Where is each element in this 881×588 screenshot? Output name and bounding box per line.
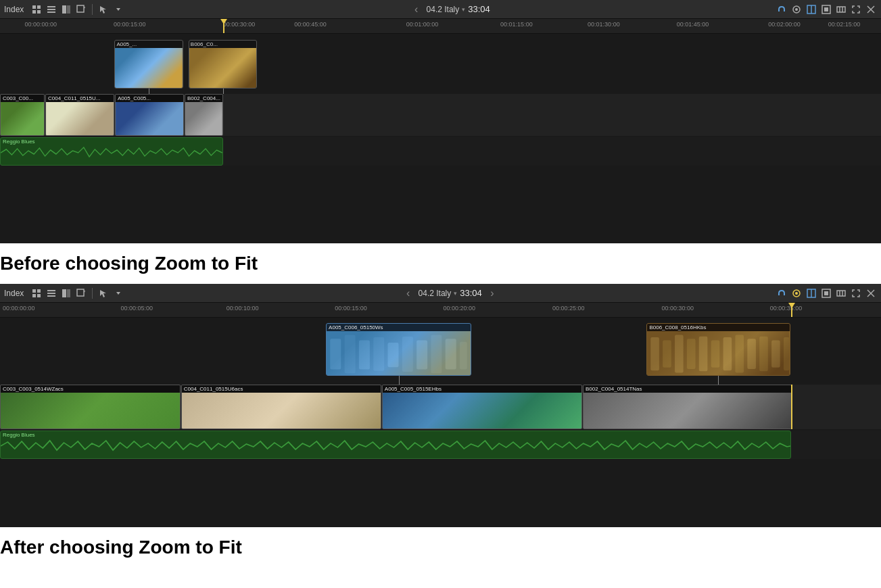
- top-toolbar-right: [776, 3, 877, 16]
- top-magnetic-icon[interactable]: [776, 3, 788, 16]
- bottom-primary-clips: C003_C003_0514WZacs C004_C011_0515U6acs …: [0, 385, 881, 429]
- top-ruler: 00:00:00:00 00:00:15:00 00:00:30:00 00:0…: [0, 19, 881, 34]
- b-ruler-1: 00:00:05:00: [121, 305, 153, 312]
- after-label: After choosing Zoom to Fit: [0, 527, 881, 565]
- bottom-chevron-left[interactable]: ‹: [402, 287, 414, 299]
- top-chevron-left[interactable]: ‹: [410, 3, 423, 16]
- svg-rect-3: [37, 10, 41, 14]
- bottom-primary-c003[interactable]: C003_C003_0514WZacs: [0, 385, 181, 429]
- svg-rect-43: [837, 291, 845, 296]
- b-ruler-6: 00:00:30:00: [662, 305, 694, 312]
- bottom-primary-a005[interactable]: A005_C005_0515EHbs: [382, 385, 582, 429]
- top-snap-icon[interactable]: [805, 3, 817, 16]
- top-clip-a005[interactable]: A005_...: [114, 40, 183, 89]
- svg-rect-54: [402, 337, 413, 372]
- svg-rect-55: [416, 341, 427, 370]
- top-audio-track: Reggio Blues: [0, 137, 881, 166]
- b-ruler-4: 00:00:20:00: [443, 305, 475, 312]
- angle-view-icon[interactable]: [60, 3, 72, 16]
- bottom-fullscreen-icon[interactable]: [850, 287, 862, 299]
- b-ruler-2: 00:00:10:00: [227, 305, 259, 312]
- bottom-clip-b006[interactable]: B006_C008_0516HKbs: [646, 323, 790, 376]
- svg-marker-11: [100, 6, 106, 14]
- b-ruler-0: 00:00:00:00: [3, 305, 35, 312]
- top-audio-icon[interactable]: [790, 3, 803, 16]
- top-solo-icon[interactable]: [835, 3, 847, 16]
- list-view-icon[interactable]: [45, 3, 57, 16]
- svg-rect-65: [711, 340, 720, 367]
- top-project-caret[interactable]: ▾: [462, 6, 465, 13]
- ruler-mark-3: 00:00:45:00: [294, 21, 327, 28]
- bottom-angle-icon[interactable]: [60, 287, 72, 299]
- bottom-timeline: Index ‹ 04.2 Italy ▾ 33:04 ›: [0, 284, 881, 527]
- svg-rect-6: [47, 11, 55, 13]
- svg-rect-25: [37, 289, 41, 293]
- top-primary-c003[interactable]: C003_C00...: [0, 94, 45, 136]
- bottom-clip-a005[interactable]: A005_C006_05150Ws: [326, 323, 471, 376]
- top-primary-c004[interactable]: C004_C011_0515U...: [45, 94, 114, 136]
- top-audio-reggio[interactable]: Reggio Blues: [0, 137, 223, 166]
- bottom-magnetic-icon[interactable]: [776, 287, 788, 299]
- bottom-project-name[interactable]: 04.2 Italy: [419, 289, 452, 298]
- select-tool-icon[interactable]: [97, 3, 110, 16]
- svg-rect-61: [663, 340, 672, 367]
- bottom-list-view-icon[interactable]: [45, 287, 57, 299]
- bottom-clip-dropdown[interactable]: [75, 287, 87, 299]
- bottom-toolbar-center: ‹ 04.2 Italy ▾ 33:04 ›: [127, 287, 773, 299]
- svg-rect-18: [824, 7, 828, 11]
- clip-view-icon[interactable]: [30, 3, 43, 16]
- bottom-primary-b002[interactable]: B002_C004_0514TNas: [583, 385, 792, 429]
- tool-dropdown-icon[interactable]: [112, 3, 124, 16]
- top-fullscreen-icon[interactable]: [850, 3, 862, 16]
- bottom-connected-clips: A005_C006_05150Ws: [0, 320, 881, 385]
- top-playhead: [223, 19, 224, 33]
- bottom-waveform: [1, 439, 790, 454]
- bottom-tc-display: 04.2 Italy ▾ 33:04: [419, 288, 482, 298]
- svg-rect-71: [784, 337, 789, 370]
- top-primary-a005[interactable]: A005_C005...: [115, 94, 184, 136]
- svg-rect-50: [345, 335, 356, 374]
- svg-rect-52: [373, 337, 384, 371]
- svg-rect-31: [62, 289, 66, 297]
- top-close-icon[interactable]: [865, 3, 877, 16]
- bottom-audio-icon[interactable]: [790, 287, 803, 299]
- top-toolbar-center: ‹ 04.2 Italy ▾ 33:04: [127, 3, 773, 16]
- top-waveform: [1, 145, 222, 160]
- bottom-toolbar-sep: [92, 288, 93, 299]
- svg-point-38: [795, 292, 798, 295]
- bottom-primary-c004[interactable]: C004_C011_0515U6acs: [181, 385, 381, 429]
- top-index-label[interactable]: Index: [4, 5, 24, 14]
- bottom-solo-icon[interactable]: [835, 287, 847, 299]
- bottom-clip-view-icon[interactable]: [30, 287, 43, 299]
- svg-rect-32: [67, 289, 70, 297]
- before-label: Before choosing Zoom to Fit: [0, 243, 881, 281]
- bottom-close-icon[interactable]: [865, 287, 877, 299]
- bottom-tool-dropdown[interactable]: [112, 287, 124, 299]
- ruler-mark-8: 00:02:00:00: [768, 21, 801, 28]
- bottom-skimming-icon[interactable]: [820, 287, 832, 299]
- svg-marker-36: [116, 292, 120, 295]
- bottom-track-area: A005_C006_05150Ws: [0, 320, 881, 516]
- bottom-snap-icon[interactable]: [805, 287, 817, 299]
- svg-rect-67: [736, 335, 744, 373]
- bottom-select-tool[interactable]: [97, 287, 110, 299]
- top-toolbar: Index ‹ 04.2 Italy ▾ 33:04: [0, 0, 881, 19]
- svg-rect-69: [760, 337, 769, 371]
- svg-rect-56: [431, 335, 442, 374]
- top-clip-b006[interactable]: B006_C0...: [189, 40, 258, 89]
- top-primary-b002[interactable]: B002_C004...: [185, 94, 223, 136]
- ruler-mark-6: 00:01:30:00: [588, 21, 620, 28]
- bottom-chevron-right[interactable]: ›: [486, 287, 498, 299]
- svg-rect-7: [62, 5, 66, 14]
- bottom-a005-preview: [327, 331, 471, 376]
- top-project-name[interactable]: 04.2 Italy: [427, 5, 460, 14]
- bottom-playhead: [791, 303, 792, 317]
- dropdown-icon[interactable]: [75, 3, 87, 16]
- b-ruler-7: 00:00:35:00: [770, 305, 803, 312]
- bottom-project-caret[interactable]: ▾: [454, 290, 457, 297]
- bottom-index-label[interactable]: Index: [4, 289, 24, 298]
- bottom-audio-reggio[interactable]: Reggio Blues: [0, 431, 791, 459]
- svg-rect-70: [771, 340, 780, 367]
- svg-rect-2: [32, 10, 36, 14]
- top-skimming-icon[interactable]: [820, 3, 832, 16]
